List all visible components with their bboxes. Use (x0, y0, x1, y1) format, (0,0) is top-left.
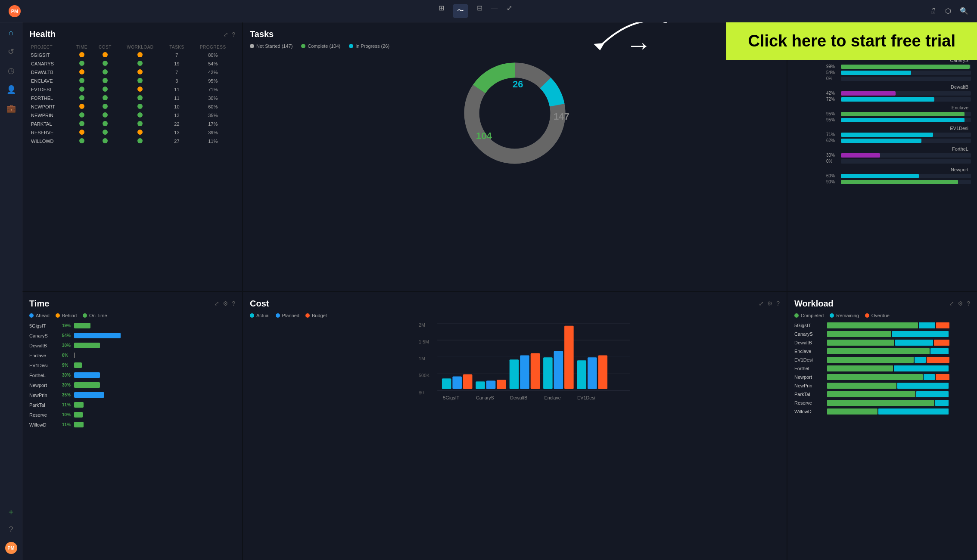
time-bar-row: CanaryS 54% (29, 332, 235, 339)
health-row: DEWALTB 7 42% (29, 68, 235, 77)
task-progress-panel: 99%CanaryS99%54%0%DewaltB42%72%Enclave95… (787, 22, 977, 291)
sidebar-user-icon[interactable]: 👤 (6, 85, 16, 94)
sidebar-help-icon[interactable]: ? (9, 525, 13, 534)
app-container: PM ⊞ 〜 ⊟ — ⤢ 🖨 ⬡ 🔍 ⌂ ↺ ◷ 👤 💼 + ? PM (0, 0, 977, 560)
health-progress: 35% (190, 111, 235, 120)
time-legend: Ahead Behind On Time (29, 313, 235, 318)
health-workload-dot (117, 77, 163, 85)
health-cost-dot (93, 51, 118, 59)
legend-on-time: On Time (83, 313, 107, 318)
chart-icon[interactable]: 〜 (453, 4, 468, 18)
sidebar-refresh-icon[interactable]: ↺ (8, 47, 14, 56)
time-expand-icon[interactable]: ⤢ (214, 300, 219, 307)
health-actions: ⤢ ? (223, 31, 235, 38)
workload-row-label: DewaltB (794, 340, 825, 345)
workload-row-bars (827, 348, 949, 354)
health-cost-dot (93, 68, 118, 77)
health-time-dot (71, 68, 93, 77)
health-tasks: 11 (163, 94, 190, 102)
health-workload-dot (117, 59, 163, 68)
health-project-name: DEWALTB (29, 68, 71, 77)
health-time-dot (71, 120, 93, 128)
time-bars: 5GigsIT 19% CanaryS 54% DewaltB 30% Encl… (29, 322, 235, 428)
health-info-icon[interactable]: ? (232, 31, 235, 38)
workload-bar-row: Newport (794, 374, 970, 380)
workload-settings-icon[interactable]: ⚙ (958, 300, 963, 307)
health-row: PARKTAL 22 17% (29, 120, 235, 128)
workload-header: Workload ⤢ ⚙ ? (794, 299, 970, 309)
health-row: EV1DESI 11 71% (29, 85, 235, 94)
legend-budget-label: Budget (312, 313, 327, 318)
sidebar-add-icon[interactable]: + (9, 507, 14, 517)
svg-text:CanaryS: CanaryS (476, 395, 494, 400)
health-workload-dot (117, 51, 163, 59)
time-row-label: Newport (29, 383, 59, 388)
health-cost-dot (93, 85, 118, 94)
time-bar-row: Enclave 0% (29, 352, 235, 359)
time-row-label: DewaltB (29, 343, 59, 348)
sidebar-briefcase-icon[interactable]: 💼 (6, 104, 16, 113)
time-row-label: NewPrin (29, 393, 59, 398)
health-tasks: 7 (163, 51, 190, 59)
time-bar-row: WillowD 11% (29, 421, 235, 428)
donut-chart: 104 147 26 (450, 53, 579, 173)
time-row-label: 5GigsIT (29, 323, 59, 328)
filter-icon[interactable]: ⬡ (945, 7, 951, 15)
hierarchy-icon[interactable]: ⤢ (507, 4, 512, 18)
time-settings-icon[interactable]: ⚙ (223, 300, 228, 307)
legend-ahead: Ahead (29, 313, 50, 318)
health-expand-icon[interactable]: ⤢ (223, 31, 228, 38)
grid-icon[interactable]: ⊞ (439, 4, 444, 18)
legend-overdue-label: Overdue (871, 313, 890, 318)
health-time-dot (71, 128, 93, 137)
health-row: CANARYS 19 54% (29, 59, 235, 68)
sidebar-avatar[interactable]: PM (5, 542, 17, 554)
health-tasks: 13 (163, 111, 190, 120)
health-workload-dot (117, 102, 163, 111)
sidebar: ⌂ ↺ ◷ 👤 💼 + ? PM (0, 22, 22, 560)
link-icon[interactable]: — (491, 4, 498, 18)
workload-bar-row: FortheL (794, 365, 970, 371)
legend-in-progress-label: In Progress (26) (355, 43, 389, 49)
cost-expand-icon[interactable]: ⤢ (759, 300, 764, 307)
workload-bar-row: CanaryS (794, 331, 970, 337)
svg-text:EV1Desi: EV1Desi (577, 395, 595, 400)
time-bar-area: 11% (62, 402, 157, 408)
cta-banner[interactable]: Click here to start free trial (726, 22, 977, 60)
workload-expand-icon[interactable]: ⤢ (949, 300, 954, 307)
svg-text:2M: 2M (419, 322, 425, 327)
time-title: Time (29, 299, 49, 309)
legend-behind: Behind (56, 313, 77, 318)
workload-row-bars (827, 408, 949, 415)
time-row-label: Enclave (29, 353, 59, 358)
table-icon[interactable]: ⊟ (477, 4, 482, 18)
cost-settings-icon[interactable]: ⚙ (767, 300, 773, 307)
workload-bars: 5GigsIT CanaryS DewaltB Enclave EV1Desi (794, 322, 970, 415)
health-tasks: 10 (163, 102, 190, 111)
health-project-name: 5GIGSIT (29, 51, 71, 59)
workload-info-icon[interactable]: ? (967, 300, 970, 307)
health-time-dot (71, 85, 93, 94)
sidebar-home-icon[interactable]: ⌂ (9, 28, 13, 37)
tasks-title: Tasks (250, 29, 274, 39)
svg-text:1M: 1M (419, 356, 425, 361)
time-info-icon[interactable]: ? (232, 300, 235, 307)
time-bar-row: NewPrin 35% (29, 392, 235, 399)
health-workload-dot (117, 120, 163, 128)
workload-row-bars (827, 340, 949, 346)
legend-remaining: Remaining (830, 313, 859, 318)
cost-info-icon[interactable]: ? (776, 300, 780, 307)
tasks-panel: Tasks Not Started (147) Complete (104) (243, 22, 787, 291)
workload-row-bars (827, 331, 949, 337)
health-cost-dot (93, 77, 118, 85)
sidebar-clock-icon[interactable]: ◷ (8, 66, 15, 75)
health-project-name: EV1DESI (29, 85, 71, 94)
time-bar-area: 30% (62, 372, 157, 379)
search-icon[interactable]: 🔍 (960, 7, 968, 15)
svg-rect-26 (510, 359, 519, 389)
svg-text:147: 147 (554, 111, 569, 122)
health-time-dot (71, 94, 93, 102)
print-icon[interactable]: 🖨 (930, 7, 937, 15)
time-bar-row: 5GigsIT 19% (29, 322, 235, 329)
time-row-label: Reserve (29, 412, 59, 418)
